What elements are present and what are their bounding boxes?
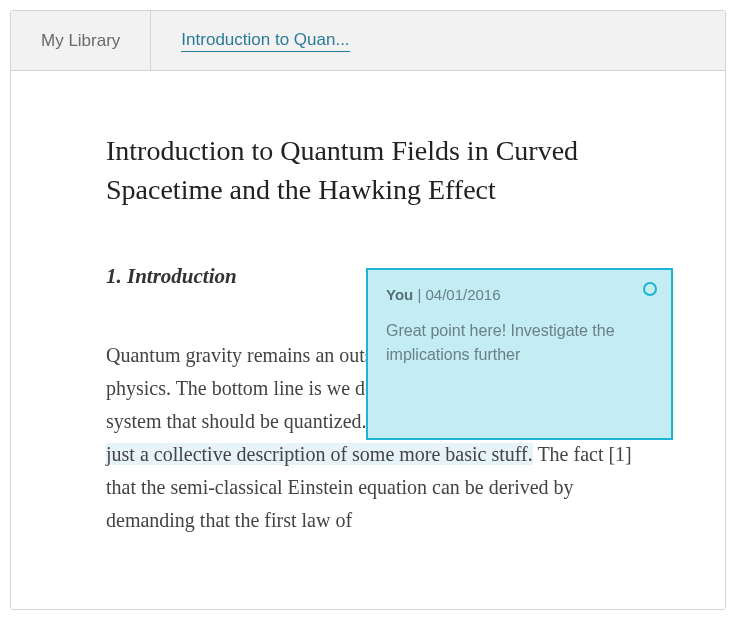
fade-overlay xyxy=(11,529,725,609)
tab-library[interactable]: My Library xyxy=(11,11,151,70)
tab-bar: My Library Introduction to Quan... xyxy=(11,11,725,71)
tab-library-label: My Library xyxy=(41,31,120,51)
tab-document[interactable]: Introduction to Quan... xyxy=(151,11,379,70)
tab-document-label: Introduction to Quan... xyxy=(181,30,349,52)
paper-title: Introduction to Quantum Fields in Curved… xyxy=(106,131,665,209)
annotation-meta: You | 04/01/2016 xyxy=(386,286,501,303)
annotation-header: You | 04/01/2016 xyxy=(386,286,653,303)
reader-window: My Library Introduction to Quan... Intro… xyxy=(10,10,726,610)
annotation-popup[interactable]: You | 04/01/2016 Great point here! Inves… xyxy=(366,268,673,440)
annotation-text[interactable]: Great point here! Investigate the implic… xyxy=(386,319,653,367)
annotation-author: You xyxy=(386,286,413,303)
close-icon[interactable] xyxy=(643,282,657,296)
annotation-separator: | xyxy=(413,286,425,303)
annotation-date: 04/01/2016 xyxy=(425,286,500,303)
